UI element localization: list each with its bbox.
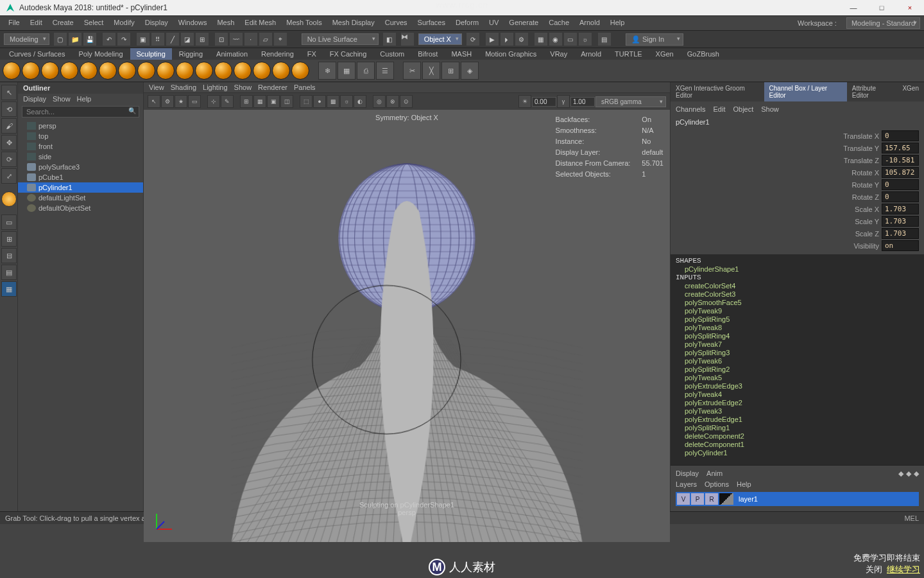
layer-new-icon[interactable]: ◆ bbox=[906, 469, 911, 478]
shelf-tab-rendering[interactable]: Rendering bbox=[255, 48, 300, 60]
menu-help[interactable]: Help bbox=[606, 17, 629, 29]
shelf-tab-sculpting[interactable]: Sculpting bbox=[130, 48, 172, 60]
ch-menu-edit[interactable]: Edit bbox=[713, 105, 725, 113]
freeze-icon[interactable]: ❄ bbox=[318, 62, 336, 80]
sculpt-tool-icon[interactable] bbox=[118, 62, 136, 80]
attr-value[interactable]: 0 bbox=[882, 191, 919, 202]
shelf-tab-curves[interactable]: Curves / Surfaces bbox=[3, 48, 71, 60]
shelf-tab-arnold[interactable]: Arnold bbox=[574, 48, 608, 60]
history-node[interactable]: polySplitRing4 bbox=[676, 332, 919, 340]
layer-menu-options[interactable]: Options bbox=[705, 480, 729, 488]
history-node[interactable]: createColorSet3 bbox=[676, 290, 919, 299]
target-weld-icon[interactable]: ✂ bbox=[403, 62, 421, 80]
shelf-tab-rigging[interactable]: Rigging bbox=[173, 48, 209, 60]
menu-cache[interactable]: Cache bbox=[544, 17, 574, 29]
sculpt-tool-icon[interactable] bbox=[272, 62, 290, 80]
sculpt-tool-icon[interactable] bbox=[99, 62, 117, 80]
vp-grid-icon[interactable]: ⊞ bbox=[240, 95, 253, 108]
outliner-item[interactable]: polySurface3 bbox=[18, 162, 143, 172]
vp-gate-icon[interactable]: ▦ bbox=[253, 95, 266, 108]
history-node[interactable]: polyTweak5 bbox=[676, 374, 919, 382]
tab-xgen-groom[interactable]: XGen Interactive Groom Editor bbox=[671, 82, 764, 101]
outliner-item[interactable]: persp bbox=[18, 121, 143, 131]
menu-display[interactable]: Display bbox=[141, 17, 173, 29]
shelf-tab-gozbrush[interactable]: GoZBrush bbox=[681, 48, 726, 60]
history-node[interactable]: polyTweak7 bbox=[676, 340, 919, 349]
symmetry-toggle-icon[interactable]: ⧓ bbox=[400, 32, 415, 46]
vp-wireframe-icon[interactable]: ⬚ bbox=[300, 95, 312, 108]
outliner-menu-display[interactable]: Display bbox=[23, 95, 46, 103]
shelf-tab-bifrost[interactable]: Bifrost bbox=[411, 48, 444, 60]
history-node[interactable]: polyTweak3 bbox=[676, 407, 919, 416]
shelf-tab-custom[interactable]: Custom bbox=[373, 48, 411, 60]
command-line-label[interactable]: MEL bbox=[904, 514, 919, 522]
menu-generate[interactable]: Generate bbox=[504, 17, 543, 29]
outliner-item[interactable]: pCylinder1 bbox=[18, 182, 143, 193]
sculpt-tool-icon[interactable] bbox=[137, 62, 155, 80]
sculpt-tool-icon[interactable] bbox=[60, 62, 78, 80]
menu-modify[interactable]: Modify bbox=[109, 17, 139, 29]
layer-tab-display[interactable]: Display bbox=[676, 469, 699, 478]
vp-res-gate-icon[interactable]: ▣ bbox=[267, 95, 280, 108]
history-node[interactable]: polyExtrudeEdge3 bbox=[676, 382, 919, 390]
select-face-icon[interactable]: ◪ bbox=[180, 32, 194, 46]
scale-tool-icon[interactable]: ⤢ bbox=[1, 168, 17, 184]
history-icon[interactable]: ⟳ bbox=[466, 32, 480, 46]
shelf-tab-vray[interactable]: VRay bbox=[543, 48, 574, 60]
attr-value[interactable]: on bbox=[882, 240, 919, 251]
minimize-button[interactable]: — bbox=[839, 0, 868, 15]
menu-meshtools[interactable]: Mesh Tools bbox=[282, 17, 326, 29]
sculpt-tool-icon[interactable] bbox=[253, 62, 271, 80]
multicut-icon[interactable]: ╳ bbox=[422, 62, 440, 80]
tab-xgen[interactable]: XGen bbox=[897, 82, 924, 101]
snap-curve-icon[interactable]: 〰 bbox=[229, 32, 243, 46]
vp-colorspace-dropdown[interactable]: sRGB gamma bbox=[595, 96, 666, 107]
signin-dropdown[interactable]: 👤 Sign In bbox=[626, 33, 683, 46]
single-pane-icon[interactable]: ▭ bbox=[1, 215, 17, 230]
history-node[interactable]: polySmoothFace5 bbox=[676, 299, 919, 307]
history-node[interactable]: polyCylinder1 bbox=[676, 449, 919, 457]
outliner-item[interactable]: side bbox=[18, 152, 143, 162]
history-node[interactable]: polySplitRing3 bbox=[676, 349, 919, 357]
attr-value[interactable]: 1.703 bbox=[882, 204, 919, 215]
menu-file[interactable]: File bbox=[4, 17, 24, 29]
paint-select-icon[interactable]: 🖌 bbox=[1, 118, 17, 134]
shelf-tab-fxcaching[interactable]: FX Caching bbox=[323, 48, 373, 60]
menu-windows[interactable]: Windows bbox=[174, 17, 212, 29]
history-node[interactable]: polyTweak9 bbox=[676, 307, 919, 315]
outliner-item[interactable]: defaultObjectSet bbox=[18, 203, 143, 213]
menu-meshdisplay[interactable]: Mesh Display bbox=[328, 17, 379, 29]
tab-channelbox[interactable]: Channel Box / Layer Editor bbox=[764, 82, 847, 101]
layer-icon[interactable]: ☰ bbox=[376, 62, 394, 80]
new-scene-icon[interactable]: ▢ bbox=[53, 32, 67, 46]
shelf-tab-xgen[interactable]: XGen bbox=[649, 48, 680, 60]
layer-new-icon[interactable]: ◆ bbox=[898, 469, 903, 478]
vp-menu-show[interactable]: Show bbox=[234, 83, 252, 91]
layer-playback-cell[interactable]: P bbox=[691, 493, 704, 505]
maximize-button[interactable]: □ bbox=[868, 0, 896, 15]
history-node[interactable]: polySplitRing1 bbox=[676, 424, 919, 432]
history-node[interactable]: polyExtrudeEdge1 bbox=[676, 416, 919, 424]
shelf-tab-animation[interactable]: Animation bbox=[210, 48, 254, 60]
vp-cam-attr-icon[interactable]: ⚙ bbox=[161, 95, 174, 108]
snap-grid-icon[interactable]: ⊡ bbox=[214, 32, 228, 46]
history-node[interactable]: polySplitRing2 bbox=[676, 365, 919, 374]
lasso-tool-icon[interactable]: ⟲ bbox=[1, 101, 17, 117]
layer-color-swatch[interactable] bbox=[719, 493, 733, 505]
history-node[interactable]: polyExtrudeEdge2 bbox=[676, 399, 919, 407]
history-node[interactable]: createColorSet4 bbox=[676, 282, 919, 290]
redo-icon[interactable]: ↷ bbox=[117, 32, 131, 46]
select-tool-icon[interactable]: ↖ bbox=[1, 85, 17, 100]
shelf-tab-poly[interactable]: Poly Modeling bbox=[72, 48, 129, 60]
two-pane-icon[interactable]: ⊟ bbox=[1, 248, 17, 263]
snap-plane-icon[interactable]: ▱ bbox=[259, 32, 273, 46]
select-vertex-icon[interactable]: ⠿ bbox=[151, 32, 165, 46]
vp-gamma-icon[interactable]: γ bbox=[557, 95, 570, 108]
menu-select[interactable]: Select bbox=[80, 17, 108, 29]
vp-menu-panels[interactable]: Panels bbox=[294, 83, 316, 91]
persp-layout-icon[interactable]: ▦ bbox=[1, 281, 17, 297]
render-settings-icon[interactable]: ⚙ bbox=[515, 32, 529, 46]
layout-icon[interactable]: ▦ bbox=[534, 32, 548, 46]
make-live-icon[interactable]: ◧ bbox=[382, 32, 397, 46]
outliner-item[interactable]: top bbox=[18, 131, 143, 141]
